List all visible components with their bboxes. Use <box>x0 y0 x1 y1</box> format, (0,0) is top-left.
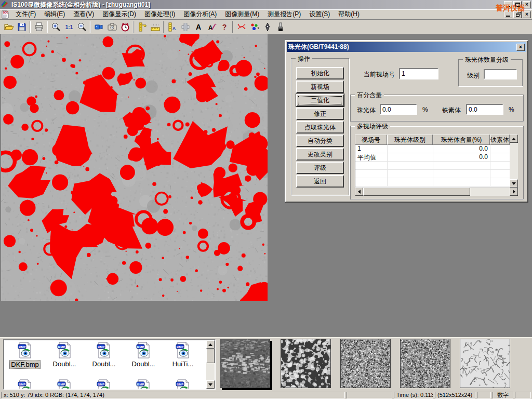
table-hscrollbar[interactable] <box>355 188 518 196</box>
op-button-6[interactable]: 更改类别 <box>296 148 344 161</box>
classify-balls-button[interactable]: 3 <box>248 21 261 33</box>
file-item-row2-1[interactable]: BMP <box>46 379 83 390</box>
table-row-1[interactable]: 平均值0.0 <box>355 153 510 162</box>
close-button[interactable]: × <box>523 1 531 8</box>
menu-item-0[interactable]: 文件(F) <box>11 9 40 20</box>
child-minimize-button[interactable] <box>504 11 512 18</box>
annotate-text-button[interactable]: A <box>205 21 218 33</box>
zoom-in-button[interactable] <box>49 21 62 33</box>
filelist-vthumb[interactable] <box>206 349 215 363</box>
arrow-down-icon <box>208 383 212 388</box>
menu-item-8[interactable]: 设置(S) <box>305 9 334 20</box>
thumbnail-0[interactable] <box>220 339 270 388</box>
pearlite-dialog: 珠光体(GB/T9441-88) × 操作 初始化新视场二值化修正点取珠光体自动… <box>285 40 528 203</box>
ruler-button[interactable] <box>149 21 162 33</box>
ruler-icon <box>150 22 161 32</box>
menu-item-2[interactable]: 查看(V) <box>69 9 98 20</box>
file-list[interactable]: BMP DKF.bmp BMP BMP Doubl... BMP B <box>3 339 216 390</box>
table-header-2[interactable]: 珠光体含量(%) <box>433 135 490 145</box>
filelist-scroll-up[interactable] <box>206 340 215 349</box>
file-item-row2-0[interactable]: BMP <box>6 379 44 390</box>
table-header-1[interactable]: 珠光体级别 <box>387 135 433 145</box>
pearlite-percent-input[interactable] <box>380 104 417 115</box>
menu-item-7[interactable]: 测量报告(P) <box>263 9 305 20</box>
hscroll-thumb[interactable] <box>363 188 470 196</box>
current-field-input[interactable] <box>399 68 438 79</box>
op-button-2[interactable]: 二值化 <box>296 94 344 107</box>
op-button-0[interactable]: 初始化 <box>296 67 344 79</box>
table-header-0[interactable]: 视场号 <box>355 135 387 145</box>
scroll-down-button[interactable] <box>510 179 518 188</box>
rating-table[interactable]: 视场号珠光体级别珠光体含量(%)铁素体 10.0平均值0.0 <box>355 135 518 196</box>
table-row-2[interactable] <box>355 162 510 170</box>
op-button-3[interactable]: 修正 <box>296 108 344 120</box>
scroll-left-button[interactable] <box>355 188 363 196</box>
caliper-button[interactable] <box>136 21 149 33</box>
op-button-8[interactable]: 返回 <box>296 175 344 188</box>
file-item-row2-4[interactable]: BMP <box>164 379 202 390</box>
print-button[interactable] <box>32 21 45 33</box>
zoom-out-button[interactable] <box>75 21 88 33</box>
window-title: IS100显微摄像系统(金相分析版) - [zhuguangti01] <box>11 1 150 9</box>
thumbnail-4[interactable] <box>460 339 510 388</box>
child-restore-button[interactable] <box>513 11 522 18</box>
text-button[interactable]: A <box>192 21 205 33</box>
save-button[interactable] <box>15 21 28 33</box>
menu-item-5[interactable]: 图像分析(A) <box>179 9 221 20</box>
menu-item-9[interactable]: 帮助(H) <box>334 9 364 20</box>
table-vscrollbar[interactable] <box>510 135 518 188</box>
file-item-0[interactable]: BMP DKF.bmp <box>6 342 44 369</box>
open-button[interactable] <box>2 21 15 33</box>
maximize-button[interactable] <box>513 1 522 8</box>
svg-text:BMP: BMP <box>177 383 183 386</box>
help-button[interactable]: ? <box>218 21 231 33</box>
grid-stamp-button[interactable] <box>179 21 192 33</box>
thumbnail-1[interactable] <box>281 339 331 388</box>
ferrite-percent-input[interactable] <box>466 104 503 115</box>
actual-size-button[interactable]: 1:1 <box>62 21 75 33</box>
curve-tool-button[interactable] <box>235 21 248 33</box>
dialog-close-button[interactable]: × <box>516 44 525 51</box>
video-capture-button[interactable] <box>92 21 105 33</box>
rating-table-header[interactable]: 视场号珠光体级别珠光体含量(%)铁素体 <box>355 135 510 145</box>
file-item-4[interactable]: BMP HuiTi... <box>164 342 202 368</box>
measure-text-button[interactable]: A <box>166 21 179 33</box>
menu-item-3[interactable]: 图像显示(D) <box>98 9 140 20</box>
dialog-title-bar[interactable]: 珠光体(GB/T9441-88) × <box>287 42 526 52</box>
scroll-right-button[interactable] <box>510 188 518 196</box>
op-button-4[interactable]: 点取珠光体 <box>296 121 344 134</box>
filelist-vscrollbar[interactable] <box>206 340 215 389</box>
picker-pen-button[interactable] <box>261 21 274 33</box>
file-item-row2-3[interactable]: BMP <box>125 379 162 390</box>
minimize-button[interactable] <box>504 1 512 8</box>
table-row-0[interactable]: 10.0 <box>355 145 510 153</box>
table-row-4[interactable] <box>355 178 510 187</box>
thumbnail-3[interactable] <box>400 339 450 388</box>
camera-button[interactable] <box>105 21 118 33</box>
table-row-3[interactable] <box>355 170 510 178</box>
menu-item-6[interactable]: 图像测量(M) <box>221 9 263 20</box>
menu-item-1[interactable]: 编辑(E) <box>40 9 69 20</box>
scroll-up-button[interactable] <box>510 135 518 143</box>
bmp-file-icon: BMP <box>17 342 33 358</box>
op-button-7[interactable]: 评级 <box>296 162 344 174</box>
file-item-2[interactable]: BMP Doubl... <box>85 342 123 368</box>
thumbnail-2[interactable] <box>340 339 391 388</box>
file-item-3[interactable]: BMP Doubl... <box>125 342 162 368</box>
table-cell <box>490 170 510 178</box>
rating-table-body[interactable]: 10.0平均值0.0 <box>355 145 510 188</box>
menu-item-4[interactable]: 图像处理(I) <box>140 9 179 20</box>
grade-input[interactable] <box>484 69 517 79</box>
file-item-1[interactable]: BMP Doubl... <box>46 342 83 368</box>
child-close-button[interactable]: × <box>523 11 531 18</box>
op-button-5[interactable]: 自动分类 <box>296 135 344 147</box>
bmp-file-icon: BMP <box>135 342 152 358</box>
table-header-3[interactable]: 铁素体 <box>490 135 510 145</box>
file-item-row2-2[interactable]: BMP <box>85 379 123 390</box>
metallograph-image[interactable] <box>1 34 268 301</box>
timer-button[interactable] <box>118 21 131 33</box>
filelist-scroll-down[interactable] <box>206 380 215 389</box>
table-cell <box>433 170 490 178</box>
brush-button[interactable] <box>274 21 287 33</box>
op-button-1[interactable]: 新视场 <box>296 81 344 93</box>
